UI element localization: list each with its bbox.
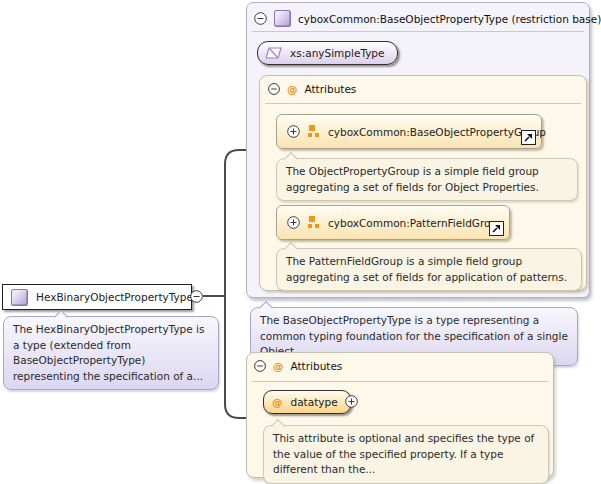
root-type-description: The HexBinaryObjectPropertyType is a typ… (3, 316, 219, 390)
attribute-at-icon: @ (272, 396, 283, 408)
collapse-icon-base-attributes[interactable] (268, 83, 280, 95)
collapse-icon-root-attributes[interactable] (254, 360, 266, 372)
expand-icon[interactable] (287, 125, 300, 138)
collapse-icon-base-panel[interactable] (254, 12, 267, 25)
attribute-datatype-description: This attribute is optional and specifies… (263, 425, 549, 484)
attribute-datatype-pill[interactable]: @ datatype (263, 390, 351, 414)
expand-icon-datatype[interactable] (345, 395, 358, 408)
attribute-name-label: datatype (291, 396, 338, 408)
attribute-at-icon: @ (287, 83, 298, 95)
goto-definition-icon[interactable] (489, 221, 504, 236)
attribute-group-label: cyboxCommon:BaseObjectPropertyGroup (328, 126, 546, 138)
root-attributes-panel: @ Attributes @ datatype This attribute i… (246, 352, 554, 478)
expand-icon[interactable] (287, 216, 300, 229)
divider (265, 103, 581, 104)
attribute-group-base-object-property[interactable]: cyboxCommon:BaseObjectPropertyGroup (276, 114, 542, 149)
root-type-label: HexBinaryObjectPropertyType (36, 291, 193, 303)
complex-type-icon (11, 289, 28, 306)
divider (252, 381, 548, 382)
collapse-icon-root[interactable] (190, 290, 203, 303)
attribute-group-description: The PatternFieldGroup is a simple field … (276, 248, 582, 291)
base-simple-type-label: xs:anySimpleType (290, 47, 385, 59)
base-simple-type-pill[interactable]: xs:anySimpleType (257, 41, 398, 65)
base-panel-title: cyboxCommon:BaseObjectPropertyType (rest… (298, 13, 601, 25)
complex-type-icon (274, 10, 291, 27)
attribute-at-icon: @ (273, 360, 284, 372)
base-attributes-section: @ Attributes cyboxCommon:BaseObjectPrope… (259, 75, 587, 291)
divider (252, 31, 584, 32)
root-attributes-header: Attributes (291, 360, 343, 372)
root-type-box[interactable]: HexBinaryObjectPropertyType (2, 284, 192, 310)
base-attributes-header: Attributes (305, 83, 357, 95)
base-type-panel: cyboxCommon:BaseObjectPropertyType (rest… (246, 2, 590, 298)
simple-type-icon (266, 46, 282, 60)
schema-diagram-canvas: { "diagram": { "root": { "label": "HexBi… (0, 0, 601, 484)
attribute-group-pattern-field[interactable]: cyboxCommon:PatternFieldGroup (276, 205, 510, 240)
attribute-group-label: cyboxCommon:PatternFieldGroup (328, 217, 504, 229)
attribute-group-icon (308, 125, 320, 138)
attribute-group-icon (308, 216, 320, 229)
attribute-group-description: The ObjectPropertyGroup is a simple fiel… (276, 158, 578, 201)
goto-definition-icon[interactable] (521, 130, 536, 145)
